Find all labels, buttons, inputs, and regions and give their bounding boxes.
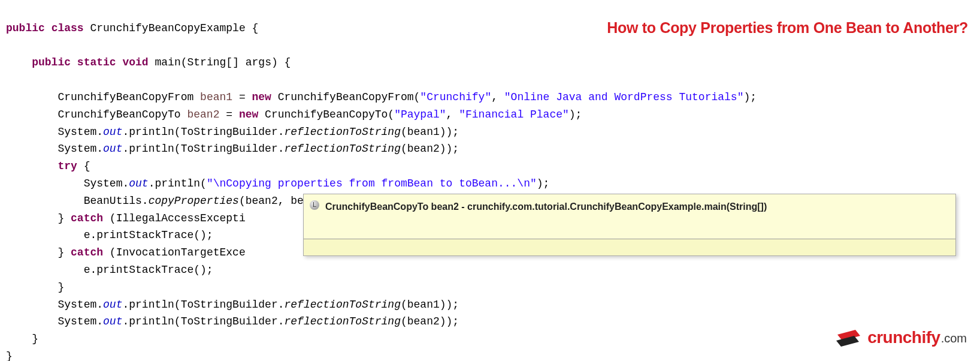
field-out: out (129, 178, 148, 189)
watermark-ext: .com (941, 329, 967, 348)
watermark-logo: crunchify .com (834, 324, 967, 351)
system: System. (58, 315, 103, 327)
keyword-new: new (239, 109, 258, 121)
hover-tooltip: L CrunchifyBeanCopyTo bean2 - crunchify.… (303, 194, 956, 256)
keyword-public: public (32, 56, 71, 68)
close: ); (569, 109, 582, 121)
string-literal: "Online Java and WordPress Tutorials" (504, 91, 744, 103)
crunchify-logo-icon (834, 329, 863, 348)
string-literal: "Paypal" (394, 109, 446, 121)
type-from: CrunchifyBeanCopyFrom (58, 91, 193, 103)
local-variable-icon: L (310, 200, 319, 210)
print-stack: e.printStackTrace(); (84, 264, 213, 276)
catch-args: (IllegalAccessExcepti (103, 212, 246, 224)
class-name: CrunchifyBeanCopyExample (90, 22, 245, 34)
keyword-new: new (252, 91, 271, 103)
keyword-class: class (52, 22, 84, 34)
main-args: (String[] args) { (181, 56, 291, 68)
println: .println( (149, 178, 207, 189)
type-to: CrunchifyBeanCopyTo (58, 109, 180, 121)
system: System. (58, 143, 103, 155)
println: .println(ToStringBuilder. (122, 315, 284, 327)
catch-args: (InvocationTargetExce (103, 246, 246, 258)
watermark-name: crunchify (867, 324, 940, 351)
method-reflect: reflectionToString (285, 126, 401, 138)
close: ); (537, 178, 550, 189)
keyword-catch: catch (71, 212, 103, 224)
field-out: out (103, 315, 122, 327)
close: ); (743, 91, 757, 103)
brace: } (6, 350, 13, 361)
comma: , (446, 109, 459, 121)
tooltip-text: CrunchifyBeanCopyTo bean2 - crunchify.co… (325, 199, 767, 215)
assign: = (232, 91, 252, 103)
keyword-static: static (77, 56, 116, 68)
ctor: CrunchifyBeanCopyFrom( (271, 91, 420, 103)
args: (bean1)); (401, 126, 459, 138)
field-out: out (103, 299, 122, 311)
var-bean1: bean1 (200, 91, 232, 103)
brace: { (77, 160, 90, 172)
print-stack: e.printStackTrace(); (84, 229, 213, 241)
tooltip-content: L CrunchifyBeanCopyTo bean2 - crunchify.… (304, 194, 955, 239)
println: .println(ToStringBuilder. (122, 126, 284, 138)
println: .println(ToStringBuilder. (122, 143, 284, 155)
println: .println(ToStringBuilder. (122, 299, 284, 311)
keyword-void: void (122, 56, 148, 68)
assign: = (219, 109, 238, 121)
brace: } (58, 281, 64, 293)
field-out: out (103, 143, 122, 155)
beanutils: BeanUtils. (84, 195, 149, 207)
brace: { (246, 22, 259, 34)
args: (bean2)); (401, 143, 459, 155)
brace: } (58, 246, 71, 258)
page-title: How to Copy Properties from One Bean to … (607, 16, 968, 40)
args: (bean1)); (401, 299, 459, 311)
method-reflect: reflectionToString (285, 299, 401, 311)
keyword-try: try (58, 160, 77, 172)
system: System. (84, 178, 129, 189)
method-main: main (155, 56, 181, 68)
system: System. (58, 299, 103, 311)
args: (bean2)); (401, 315, 459, 327)
var-bean2: bean2 (187, 109, 219, 121)
method-reflect: reflectionToString (285, 143, 401, 155)
brace: } (32, 333, 38, 345)
code-editor[interactable]: public class CrunchifyBeanCopyExample { … (0, 0, 980, 361)
keyword-catch: catch (71, 246, 103, 258)
string-literal: "Crunchify" (420, 91, 491, 103)
comma: , (491, 91, 504, 103)
ctor: CrunchifyBeanCopyTo( (258, 109, 394, 121)
tooltip-footer (304, 239, 955, 255)
field-out: out (103, 126, 122, 138)
system: System. (58, 126, 103, 138)
brace: } (58, 212, 71, 224)
string-literal: "\nCopying properties from fromBean to t… (207, 178, 537, 189)
method-reflect: reflectionToString (285, 315, 401, 327)
string-literal: "Financial Place" (459, 109, 569, 121)
method-copy: copyProperties (149, 195, 239, 207)
keyword-public: public (6, 22, 45, 34)
